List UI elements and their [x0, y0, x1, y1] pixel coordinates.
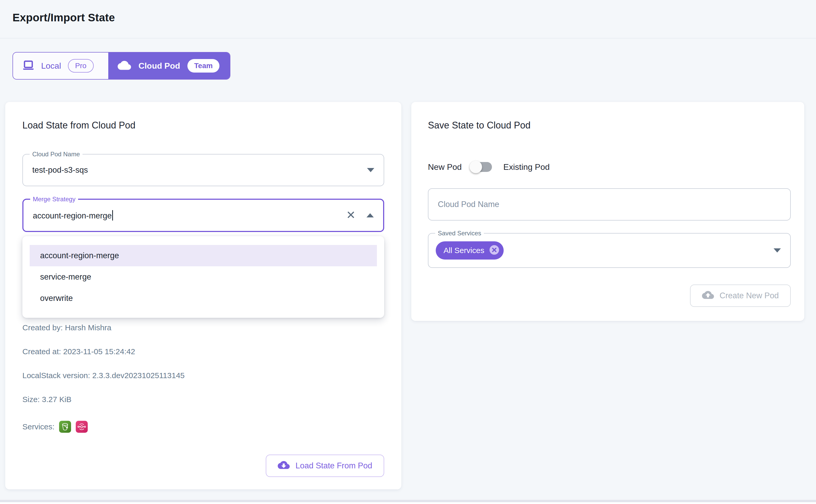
save-card-title: Save State to Cloud Pod	[428, 119, 791, 132]
pro-badge: Pro	[68, 59, 94, 73]
create-button-row: Create New Pod	[428, 268, 791, 307]
header-divider	[0, 38, 816, 38]
text-caret	[112, 210, 113, 221]
all-services-chip[interactable]: All Services	[436, 241, 504, 260]
existing-pod-toggle[interactable]	[470, 159, 496, 175]
services-row: Services:	[22, 421, 384, 433]
mode-toggle-group: Local Pro Cloud Pod Team	[12, 52, 230, 80]
load-card-title: Load State from Cloud Pod	[22, 119, 384, 132]
created-at-text: Created at: 2023-11-05 15:24:42	[22, 347, 384, 356]
load-state-from-pod-button[interactable]: Load State From Pod	[266, 455, 384, 477]
clear-icon[interactable]	[346, 210, 356, 221]
tab-local[interactable]: Local Pro	[13, 53, 108, 79]
tab-cloud-pod[interactable]: Cloud Pod Team	[108, 53, 230, 79]
page-title: Export/Import State	[12, 11, 804, 24]
content-area: Load State from Cloud Pod Cloud Pod Name…	[5, 102, 804, 489]
new-pod-name-input[interactable]	[428, 189, 790, 220]
merge-strategy-combobox[interactable]: Merge Strategy account-region-merge	[22, 199, 384, 232]
chevron-up-icon[interactable]	[367, 213, 374, 217]
new-pod-label: New Pod	[428, 162, 462, 172]
load-button-label: Load State From Pod	[296, 461, 372, 470]
create-button-label: Create New Pod	[720, 291, 779, 300]
existing-pod-label: Existing Pod	[503, 162, 550, 172]
saved-services-label: Saved Services	[435, 229, 484, 237]
tab-local-label: Local	[41, 61, 61, 71]
services-label: Services:	[22, 422, 54, 431]
team-badge: Team	[187, 59, 220, 73]
page-bottom-edge	[0, 502, 816, 504]
size-text: Size: 3.27 KiB	[22, 395, 384, 404]
merge-strategy-listbox: account-region-merge service-merge overw…	[22, 236, 384, 318]
pod-mode-switch-row: New Pod Existing Pod	[428, 159, 791, 175]
all-services-chip-label: All Services	[444, 246, 484, 255]
toggle-thumb	[470, 161, 482, 173]
load-state-card: Load State from Cloud Pod Cloud Pod Name…	[5, 102, 401, 489]
cloud-download-icon	[278, 460, 290, 471]
export-import-state-page: Export/Import State Local Pro Cloud Pod …	[0, 0, 816, 504]
s3-service-icon	[59, 421, 71, 433]
saved-services-select[interactable]: Saved Services All Services	[428, 233, 791, 268]
save-state-card: Save State to Cloud Pod New Pod Existing…	[411, 102, 804, 321]
page-header: Export/Import State	[0, 0, 816, 38]
option-account-region-merge[interactable]: account-region-merge	[30, 245, 377, 266]
merge-strategy-label: Merge Strategy	[30, 195, 78, 203]
chip-delete-icon[interactable]	[488, 244, 500, 257]
tab-cloud-pod-label: Cloud Pod	[138, 61, 180, 71]
chevron-down-icon[interactable]	[367, 168, 374, 172]
merge-strategy-value: account-region-merge	[23, 210, 113, 221]
cloud-upload-icon	[702, 290, 714, 301]
option-service-merge[interactable]: service-merge	[30, 266, 377, 288]
create-new-pod-button[interactable]: Create New Pod	[690, 285, 791, 307]
cloud-pod-name-select-value: test-pod-s3-sqs	[23, 165, 88, 175]
created-by-text: Created by: Harsh Mishra	[22, 323, 384, 332]
localstack-version-text: LocalStack version: 2.3.3.dev20231025113…	[22, 371, 384, 380]
cloud-pod-name-select-label: Cloud Pod Name	[30, 150, 82, 158]
horizontal-scrollbar[interactable]	[0, 500, 816, 502]
cloud-pod-name-select[interactable]: Cloud Pod Name test-pod-s3-sqs	[22, 154, 384, 186]
chevron-down-icon[interactable]	[774, 248, 781, 253]
load-button-row: Load State From Pod	[22, 433, 384, 477]
sqs-service-icon	[76, 421, 88, 433]
option-overwrite[interactable]: overwrite	[30, 288, 377, 309]
new-pod-name-field	[428, 188, 791, 221]
laptop-icon	[22, 60, 34, 72]
cloud-icon	[118, 60, 131, 71]
